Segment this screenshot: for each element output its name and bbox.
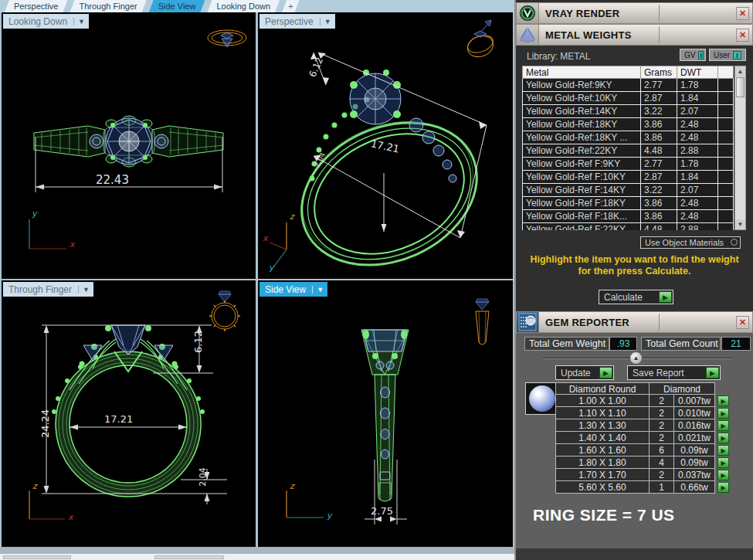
- update-label: Update: [556, 368, 599, 378]
- metal-row[interactable]: Yellow Gold-Ref:18KY3.862.48: [522, 118, 734, 131]
- chevron-down-icon[interactable]: ▼: [73, 18, 89, 25]
- save-report-button[interactable]: Save Report ▶: [627, 365, 721, 380]
- use-object-materials-button[interactable]: Use Object Materials: [640, 236, 741, 249]
- gem-go-arrow[interactable]: ▶: [717, 482, 729, 493]
- close-icon[interactable]: ✕: [736, 29, 749, 42]
- viewport-side-view[interactable]: Side View ▼: [258, 280, 513, 547]
- metal-row[interactable]: Yellow Gold-Ref F:18KY3.862.48: [522, 197, 734, 210]
- status-strip-segment: [154, 555, 224, 559]
- metal-row[interactable]: Yellow Gold-Ref F:22KY4.482.88: [522, 223, 734, 230]
- col-extra: [718, 66, 734, 79]
- viewport-tab-bar: Perspective Through Finger Side View Loo…: [0, 0, 514, 12]
- gem-row[interactable]: 1.70 X 1.7020.037tw▶: [555, 469, 729, 481]
- gem-go-arrow[interactable]: ▶: [717, 470, 729, 480]
- tab-perspective[interactable]: Perspective: [5, 0, 67, 12]
- panel-bottom-strip: [516, 548, 753, 560]
- gem-go-arrow[interactable]: ▶: [717, 457, 729, 468]
- gem-row[interactable]: 1.10 X 1.1020.010tw▶: [555, 407, 729, 419]
- gem-row[interactable]: 1.30 X 1.3020.016tw▶: [555, 419, 729, 432]
- scrollbar-thumb[interactable]: [736, 77, 745, 97]
- user-toggle-button[interactable]: User I: [709, 49, 746, 61]
- gv-toggle-button[interactable]: GV I: [680, 49, 706, 61]
- viewport-area: Perspective Through Finger Side View Loo…: [0, 0, 514, 547]
- go-arrow-icon: ▶: [599, 367, 612, 378]
- metal-row[interactable]: Yellow Gold-Ref F:10KY2.871.84: [522, 171, 734, 184]
- viewport-label-through-finger[interactable]: Through Finger ▼: [3, 282, 93, 297]
- gem-go-arrow[interactable]: ▶: [717, 445, 729, 456]
- scroll-up-icon[interactable]: ▲: [735, 66, 745, 76]
- vray-title: VRAY RENDER: [539, 8, 620, 19]
- chevron-down-icon[interactable]: ▼: [320, 18, 335, 25]
- gem-go-arrow[interactable]: ▶: [717, 408, 729, 419]
- gem-row[interactable]: 5.60 X 5.6010.66tw▶: [555, 481, 729, 494]
- gem-row[interactable]: 1.80 X 1.8040.09tw▶: [555, 456, 729, 469]
- gv-label: GV: [684, 51, 695, 59]
- close-icon[interactable]: ✕: [736, 7, 749, 20]
- chevron-down-icon[interactable]: ▼: [78, 286, 93, 294]
- gem-reporter-icon: [516, 311, 539, 333]
- col-grams[interactable]: Grams: [641, 66, 677, 79]
- viewport-looking-down[interactable]: Looking Down ▼: [2, 12, 256, 279]
- axis-y-label: y: [327, 511, 332, 521]
- metal-row[interactable]: Yellow Gold-Ref F:9KY2.771.78: [522, 158, 734, 171]
- viewport-label-looking-down[interactable]: Looking Down ▼: [3, 14, 89, 29]
- gem-go-arrow[interactable]: ▶: [717, 433, 729, 443]
- gem-go-arrow[interactable]: ▶: [717, 395, 729, 406]
- header-divider: [659, 314, 660, 331]
- gem-reporter-header-bar: GEM REPORTER ✕: [539, 311, 753, 333]
- vray-render-header[interactable]: VRAY RENDER ✕: [516, 2, 753, 24]
- metal-table-scrollbar[interactable]: ▲ ▼: [734, 66, 746, 230]
- gem-material-header: Diamond: [650, 382, 715, 395]
- viewport-label-side-view[interactable]: Side View ▼: [259, 282, 327, 297]
- tab-looking-down[interactable]: Looking Down: [207, 0, 280, 12]
- gv-toggle-state[interactable]: I: [698, 51, 704, 59]
- tab-through-finger[interactable]: Through Finger: [70, 0, 146, 12]
- gem-reporter-title: GEM REPORTER: [539, 317, 629, 328]
- metal-row[interactable]: Yellow Gold-Ref F:18K...3.862.48: [522, 210, 734, 223]
- viewport-label-text: Through Finger: [8, 284, 72, 295]
- viewport-label-text: Side View: [265, 284, 306, 295]
- dim-inner-diameter: 17.21: [104, 413, 133, 425]
- viewport-through-finger[interactable]: Through Finger ▼: [2, 280, 256, 547]
- metal-weights-header-bar: METAL WEIGHTS ✕: [539, 24, 753, 46]
- add-viewport-tab[interactable]: +: [282, 0, 299, 12]
- metal-table-header: Metal Grams DWT: [522, 66, 734, 79]
- axis-y-label: y: [32, 209, 37, 219]
- metal-weights-header[interactable]: METAL WEIGHTS ✕: [516, 24, 753, 46]
- total-gem-weight-label: Total Gem Weight: [524, 337, 609, 351]
- close-icon[interactable]: ✕: [736, 316, 749, 329]
- metal-row[interactable]: Yellow Gold-Ref:22KY4.482.88: [522, 144, 734, 158]
- viewport-bottom-frame: [0, 547, 514, 554]
- metal-row[interactable]: Yellow Gold-Ref:14KY3.222.07: [522, 105, 734, 118]
- gem-table-header: Diamond Round Diamond: [555, 382, 729, 395]
- ring-size-text: RING SIZE = 7 US: [533, 506, 675, 524]
- gem-row[interactable]: 1.00 X 1.0020.007tw▶: [555, 395, 729, 407]
- tab-side-view[interactable]: Side View: [149, 0, 205, 12]
- metal-row[interactable]: Yellow Gold-Ref:10KY2.871.84: [522, 92, 734, 105]
- gem-row[interactable]: 1.60 X 1.6060.09tw▶: [555, 444, 729, 456]
- metal-row[interactable]: Yellow Gold-Ref:18KY ...3.862.48: [522, 131, 734, 144]
- chevron-down-icon[interactable]: ▼: [312, 286, 327, 294]
- col-dwt[interactable]: DWT: [677, 66, 718, 79]
- axis-x-label: x: [68, 512, 73, 522]
- go-arrow-icon: ▶: [659, 291, 672, 303]
- user-toggle-state[interactable]: I: [733, 51, 741, 59]
- viewport-perspective[interactable]: Perspective ▼: [258, 12, 513, 279]
- gem-go-arrow[interactable]: ▶: [717, 420, 729, 431]
- calculate-button[interactable]: Calculate ▶: [599, 290, 673, 304]
- update-button[interactable]: Update ▶: [555, 365, 614, 380]
- header-divider: [659, 5, 660, 22]
- col-metal[interactable]: Metal: [522, 66, 641, 79]
- viewport-label-perspective[interactable]: Perspective ▼: [259, 14, 335, 29]
- axis-z-label: z: [32, 481, 37, 491]
- gem-reporter-header[interactable]: GEM REPORTER ✕: [516, 311, 753, 333]
- radio-icon[interactable]: [731, 239, 738, 246]
- gem-thumbnail[interactable]: [525, 382, 559, 415]
- gem-row[interactable]: 1.40 X 1.4020.021tw▶: [555, 432, 729, 444]
- metal-row[interactable]: Yellow Gold-Ref:9KY2.771.78: [522, 79, 734, 92]
- metal-row[interactable]: Yellow Gold-Ref F:14KY3.222.07: [522, 184, 734, 197]
- scroll-down-icon[interactable]: ▼: [735, 219, 745, 229]
- gem-size-slider-handle[interactable]: ▲: [629, 351, 643, 365]
- axis-y-label: y: [269, 263, 274, 273]
- vray-header-bar: VRAY RENDER ✕: [539, 2, 753, 24]
